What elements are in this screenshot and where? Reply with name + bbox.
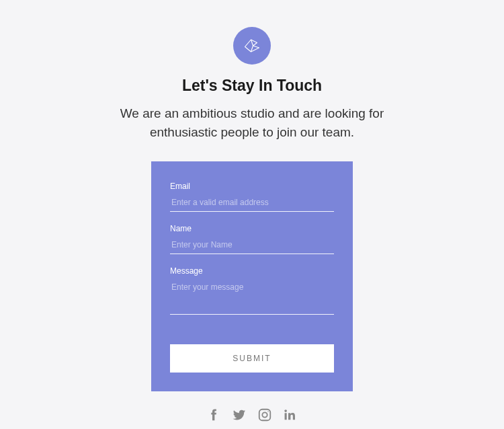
email-field-group: Email — [170, 182, 334, 212]
message-field-group: Message — [170, 266, 334, 317]
bird-icon — [242, 36, 262, 56]
name-input[interactable] — [170, 237, 334, 254]
page-title: Let's Stay In Touch — [182, 77, 322, 95]
name-field-group: Name — [170, 224, 334, 254]
logo-badge — [233, 27, 271, 65]
linkedin-icon[interactable] — [283, 407, 298, 422]
svg-point-2 — [267, 411, 268, 412]
twitter-icon[interactable] — [232, 407, 247, 422]
svg-point-1 — [262, 412, 267, 417]
facebook-icon[interactable] — [206, 407, 221, 422]
name-label: Name — [170, 224, 334, 233]
message-label: Message — [170, 266, 334, 276]
svg-rect-0 — [259, 410, 271, 421]
submit-button[interactable]: SUBMIT — [170, 344, 334, 373]
message-input[interactable] — [170, 280, 334, 315]
email-input[interactable] — [170, 195, 334, 212]
page-subtitle: We are an ambitious studio and are looki… — [97, 104, 407, 141]
social-links — [206, 407, 298, 422]
contact-form: Email Name Message SUBMIT — [151, 161, 353, 391]
email-label: Email — [170, 182, 334, 191]
instagram-icon[interactable] — [257, 407, 272, 422]
